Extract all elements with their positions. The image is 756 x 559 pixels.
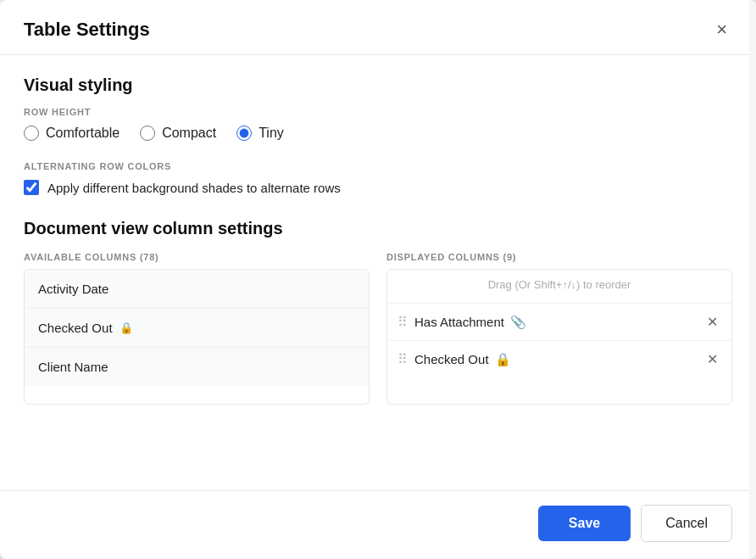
close-button[interactable]: ×	[711, 19, 732, 41]
document-view-title: Document view column settings	[24, 219, 732, 238]
remove-button[interactable]: ✕	[703, 312, 721, 332]
item-label: Client Name	[38, 360, 108, 374]
displayed-col-list: Drag (Or Shift+↑/↓) to reorder ⠿ Has Att…	[386, 269, 732, 405]
available-col-header: AVAILABLE COLUMNS (78)	[24, 252, 370, 262]
table-settings-dialog: Table Settings × Visual styling ROW HEIG…	[0, 0, 756, 559]
drag-handle-icon[interactable]: ⠿	[397, 351, 408, 367]
columns-container: AVAILABLE COLUMNS (78) Activity Date Che…	[24, 252, 732, 405]
displayed-item-label: Checked Out	[414, 352, 489, 366]
available-columns: AVAILABLE COLUMNS (78) Activity Date Che…	[24, 252, 370, 405]
remove-button[interactable]: ✕	[703, 349, 721, 369]
item-label: Checked Out	[38, 321, 113, 335]
displayed-hint: Drag (Or Shift+↑/↓) to reorder	[387, 270, 731, 304]
attachment-icon: 📎	[510, 315, 526, 330]
displayed-item-label: Has Attachment	[414, 315, 504, 329]
radio-compact-input[interactable]	[140, 126, 155, 141]
available-col-list: Activity Date Checked Out 🔒 Client Name	[24, 269, 370, 405]
visual-styling-title: Visual styling	[24, 75, 732, 95]
displayed-row-label: Has Attachment 📎	[414, 315, 697, 330]
alternating-section: ALTERNATING ROW COLORS Apply different b…	[24, 161, 732, 195]
alternating-checkbox-label: Apply different background shades to alt…	[47, 181, 341, 195]
item-label: Activity Date	[38, 282, 108, 296]
row-height-options: Comfortable Compact Tiny	[24, 126, 732, 141]
displayed-row-label: Checked Out 🔒	[414, 352, 697, 367]
table-row: ⠿ Checked Out 🔒 ✕	[387, 341, 731, 377]
list-item[interactable]: Activity Date	[25, 270, 369, 309]
displayed-col-header: DISPLAYED COLUMNS (9)	[386, 252, 732, 262]
row-height-label: ROW HEIGHT	[24, 107, 732, 117]
document-view-section: Document view column settings AVAILABLE …	[24, 219, 732, 405]
dialog-scrollbar	[749, 0, 756, 559]
radio-comfortable[interactable]: Comfortable	[24, 126, 120, 141]
radio-tiny-input[interactable]	[236, 126, 252, 141]
radio-tiny-label: Tiny	[258, 126, 284, 141]
displayed-columns: DISPLAYED COLUMNS (9) Drag (Or Shift+↑/↓…	[386, 252, 732, 405]
radio-compact[interactable]: Compact	[140, 126, 216, 141]
dialog-body: Visual styling ROW HEIGHT Comfortable Co…	[0, 55, 756, 490]
alternating-checkbox-option[interactable]: Apply different background shades to alt…	[24, 180, 732, 195]
cancel-button[interactable]: Cancel	[641, 505, 732, 542]
radio-comfortable-input[interactable]	[24, 126, 39, 141]
radio-compact-label: Compact	[162, 126, 216, 141]
dialog-footer: Save Cancel	[0, 490, 756, 559]
save-button[interactable]: Save	[538, 506, 631, 541]
visual-styling-section: Visual styling ROW HEIGHT Comfortable Co…	[24, 75, 732, 195]
drag-handle-icon[interactable]: ⠿	[397, 314, 408, 330]
lock-icon: 🔒	[495, 352, 511, 367]
dialog-title: Table Settings	[24, 19, 150, 41]
list-item[interactable]: Client Name	[25, 348, 369, 386]
list-item[interactable]: Checked Out 🔒	[25, 309, 369, 348]
table-row: ⠿ Has Attachment 📎 ✕	[387, 304, 731, 341]
dialog-header: Table Settings ×	[0, 0, 756, 55]
alternating-checkbox[interactable]	[24, 180, 39, 195]
radio-comfortable-label: Comfortable	[46, 126, 120, 141]
lock-icon: 🔒	[120, 321, 133, 334]
radio-tiny[interactable]: Tiny	[236, 126, 284, 141]
alternating-label: ALTERNATING ROW COLORS	[24, 161, 732, 171]
